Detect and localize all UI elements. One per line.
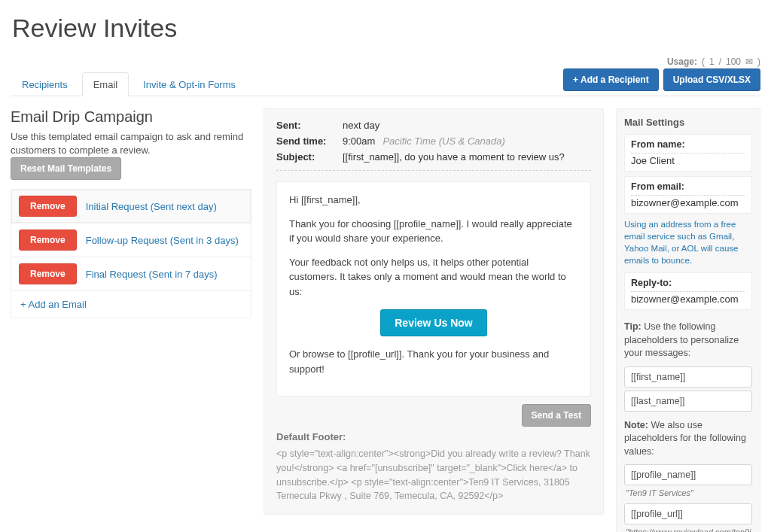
drip-description: Use this templated email campaign to ask… (11, 131, 243, 156)
envelope-icon: ✉ (745, 56, 753, 67)
page-title: Review Invites (12, 14, 760, 43)
note-label: Note: (624, 420, 648, 430)
subject-value[interactable]: [[first_name]], do you have a moment to … (343, 151, 565, 163)
tab-invite-optin[interactable]: Invite & Opt-in Forms (132, 72, 247, 96)
email-body-p3: Your feedback not only helps us, it help… (289, 255, 578, 299)
remove-button[interactable]: Remove (19, 230, 77, 251)
from-name-label: From name: (631, 139, 745, 154)
placeholder-profile-url[interactable] (624, 503, 752, 524)
from-name-value: Joe Client (631, 155, 745, 166)
email-body-p4: Or browse to [[profile_url]]. Thank you … (289, 347, 578, 376)
tip-text: Use the following placeholders to person… (624, 321, 739, 358)
tip-label: Tip: (624, 321, 641, 332)
email-item-initial[interactable]: Remove Initial Request (Sent next day) (11, 190, 251, 223)
placeholder-last-name[interactable] (624, 391, 752, 412)
placeholder-profile-name[interactable] (624, 464, 752, 485)
from-email-label: From email: (631, 181, 745, 196)
sendtime-label: Send time: (276, 135, 335, 147)
from-email-field[interactable]: From email: bizowner@example.com (624, 176, 752, 214)
email-body-p2: Thank you for choosing [[profile_name]].… (289, 217, 578, 246)
email-item-label: Follow-up Request (Sent in 3 days) (86, 235, 239, 246)
email-body-p1: Hi [[first_name]], (289, 193, 578, 208)
placeholder-first-name[interactable] (624, 366, 752, 388)
tab-recipients[interactable]: Recipients (11, 72, 79, 96)
email-item-followup[interactable]: Remove Follow-up Request (Sent in 3 days… (11, 223, 251, 257)
email-body[interactable]: Hi [[first_name]], Thank you for choosin… (276, 181, 591, 397)
from-name-field[interactable]: From name: Joe Client (624, 134, 752, 172)
upload-csv-button[interactable]: Upload CSV/XLSX (663, 68, 760, 91)
email-item-label: Final Request (Sent in 7 days) (86, 269, 218, 280)
add-email-link[interactable]: + Add an Email (11, 291, 251, 318)
reply-to-label: Reply-to: (631, 278, 745, 292)
usage-label: Usage: (667, 56, 697, 67)
drip-heading: Email Drip Campaign (11, 108, 251, 126)
sent-value[interactable]: next day (343, 120, 379, 131)
profile-url-note: "https://www.reviewlead.com/ten9itservi.… (626, 527, 752, 532)
tabs: Recipients Email Invite & Opt-in Forms (11, 71, 247, 96)
remove-button[interactable]: Remove (19, 196, 77, 217)
reply-to-value: bizowner@example.com (631, 293, 745, 305)
email-item-final[interactable]: Remove Final Request (Sent in 7 days) (11, 257, 251, 291)
send-test-button[interactable]: Send a Test (522, 404, 591, 427)
sent-label: Sent: (276, 120, 335, 131)
from-email-value: bizowner@example.com (631, 197, 745, 208)
sendtime-tz: Pacific Time (US & Canada) (382, 135, 504, 147)
sendtime-value[interactable]: 9:00am (343, 135, 375, 147)
email-list: Remove Initial Request (Sent next day) R… (11, 189, 251, 318)
subject-label: Subject: (276, 151, 335, 163)
usage-max: 100 (726, 56, 741, 67)
usage-open-paren: ( (702, 56, 705, 67)
mail-settings-heading: Mail Settings (624, 117, 752, 128)
reply-to-field[interactable]: Reply-to: bizowner@example.com (624, 272, 752, 310)
email-bounce-hint: Using an address from a free email servi… (624, 218, 752, 266)
default-footer-title: Default Footer: (276, 431, 591, 442)
tab-email[interactable]: Email (82, 72, 130, 96)
default-footer-code: <p style="text-align:center"><strong>Did… (276, 447, 591, 503)
usage-close-paren: ) (757, 56, 760, 67)
email-item-label: Initial Request (Sent next day) (86, 201, 217, 212)
usage-bar: Usage: ( 1 / 100 ✉ ) (11, 56, 760, 67)
profile-name-note: "Ten9 IT Services" (626, 488, 752, 497)
review-us-now-button[interactable]: Review Us Now (380, 309, 486, 336)
reset-templates-button[interactable]: Reset Mail Templates (11, 157, 121, 180)
usage-sep: / (719, 56, 721, 67)
add-recipient-button[interactable]: + Add a Recipient (563, 68, 659, 91)
remove-button[interactable]: Remove (19, 263, 77, 284)
usage-current: 1 (709, 56, 715, 67)
divider (276, 170, 591, 171)
